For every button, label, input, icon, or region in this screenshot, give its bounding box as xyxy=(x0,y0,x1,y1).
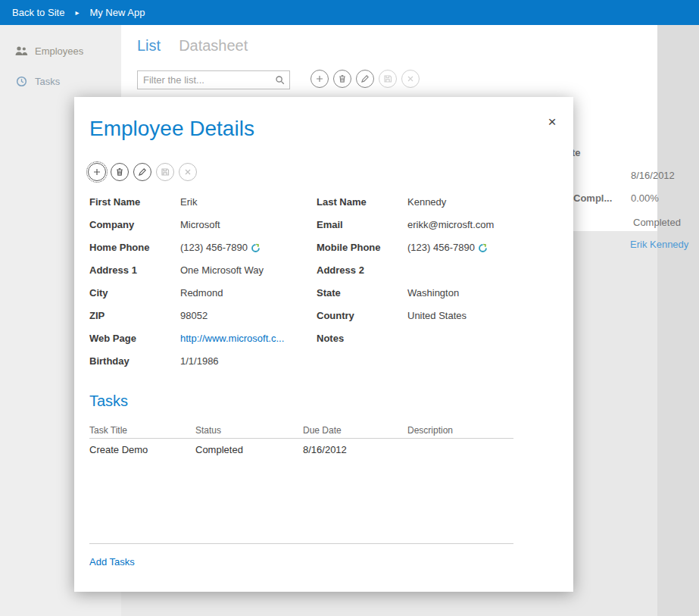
save-button[interactable] xyxy=(156,163,174,181)
field-label: Notes xyxy=(317,327,407,350)
field-value-birthday: 1/1/1986 xyxy=(180,350,317,373)
field-value-notes xyxy=(407,327,558,350)
field-label: Web Page xyxy=(89,327,180,350)
field-label: Address 1 xyxy=(89,259,180,282)
field-value-email: erikk@microsft.com xyxy=(407,214,558,236)
plus-icon xyxy=(92,167,101,177)
field-value-mobile-phone: (123) 456-7890 xyxy=(407,236,558,259)
dialog-title: Employee Details xyxy=(89,117,254,141)
add-button[interactable] xyxy=(88,163,106,181)
field-label: City xyxy=(89,282,180,305)
cell-task-title: Create Demo xyxy=(89,439,195,461)
call-presence-icon[interactable] xyxy=(478,243,488,253)
tasks-section-heading: Tasks xyxy=(89,392,128,410)
pencil-icon xyxy=(138,167,147,177)
field-value-last-name: Kennedy xyxy=(407,191,558,214)
column-header: Status xyxy=(195,425,303,438)
trash-icon xyxy=(115,167,124,177)
field-label: Country xyxy=(317,305,407,327)
field-value-web-page: http://www.microsoft.c... xyxy=(180,327,317,350)
field-label: Birthday xyxy=(89,350,180,373)
field-label: Last Name xyxy=(317,191,407,214)
x-icon xyxy=(183,167,192,177)
employee-details-dialog: × Employee Details First Name Erik Last xyxy=(74,97,573,592)
field-label: Home Phone xyxy=(89,236,180,259)
employee-form: First Name Erik Last Name Kennedy Compan… xyxy=(89,191,558,373)
table-row[interactable]: Create Demo Completed 8/16/2012 xyxy=(89,439,513,461)
field-label: State xyxy=(317,282,407,305)
cancel-button[interactable] xyxy=(179,163,197,181)
field-value-zip: 98052 xyxy=(180,305,317,327)
cell-status: Completed xyxy=(195,439,303,461)
call-presence-icon[interactable] xyxy=(251,243,261,253)
field-label: ZIP xyxy=(89,305,180,327)
add-tasks-link[interactable]: Add Tasks xyxy=(89,556,135,568)
field-label: Mobile Phone xyxy=(317,236,407,259)
cell-due-date: 8/16/2012 xyxy=(303,439,407,461)
back-to-site-link[interactable]: Back to Site xyxy=(12,7,64,18)
dialog-toolbar xyxy=(88,163,197,181)
field-value-first-name: Erik xyxy=(180,191,317,214)
field-value-address2 xyxy=(407,259,558,282)
app-topbar: Back to Site ▸ My New App xyxy=(0,0,699,25)
tasks-table-header: Task Title Status Due Date Description xyxy=(89,421,513,439)
field-value-empty xyxy=(407,350,558,373)
edit-button[interactable] xyxy=(133,163,151,181)
floppy-icon xyxy=(161,167,170,177)
field-label: First Name xyxy=(89,191,180,214)
page: Employees Tasks List Datasheet xyxy=(0,0,699,616)
field-label xyxy=(317,350,407,373)
column-header: Task Title xyxy=(89,425,195,438)
field-value-state: Washington xyxy=(407,282,558,305)
field-value-home-phone: (123) 456-7890 xyxy=(180,236,317,259)
field-value-country: United States xyxy=(407,305,558,327)
field-value-city: Redmond xyxy=(180,282,317,305)
field-label: Email xyxy=(317,214,407,236)
delete-button[interactable] xyxy=(111,163,129,181)
field-value-address1: One Microsoft Way xyxy=(180,259,317,282)
column-header: Due Date xyxy=(303,425,407,438)
app-title-link[interactable]: My New App xyxy=(89,7,145,18)
tasks-table: Task Title Status Due Date Description C… xyxy=(89,421,513,544)
close-icon[interactable]: × xyxy=(544,114,560,130)
breadcrumb-arrow-icon: ▸ xyxy=(75,8,79,17)
column-header: Description xyxy=(407,425,513,438)
field-value-company: Microsoft xyxy=(180,214,317,236)
cell-description xyxy=(407,439,513,461)
field-label: Company xyxy=(89,214,180,236)
field-label: Address 2 xyxy=(317,259,407,282)
